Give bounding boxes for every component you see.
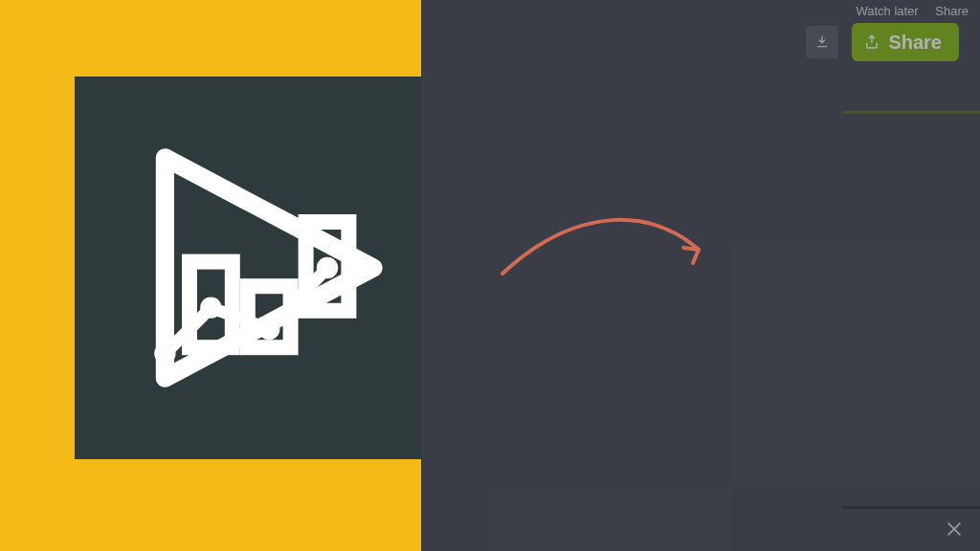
download-icon [814, 34, 830, 50]
close-button[interactable] [946, 520, 963, 538]
svg-point-5 [317, 257, 338, 278]
app-window: Watch later Share Share COI Theme Title [421, 0, 980, 551]
download-button[interactable] [806, 26, 838, 58]
watch-later-link[interactable]: Watch later [856, 4, 918, 18]
promo-panel [0, 0, 421, 551]
svg-point-3 [200, 297, 221, 318]
logo-tile [75, 77, 457, 459]
share-icon [863, 33, 880, 51]
separator [842, 506, 980, 509]
share-button[interactable]: Share [852, 23, 959, 61]
form-panel: Theme Title Subtitle 1 Subtitle 2 Color … [954, 132, 980, 452]
share-button-label: Share [888, 32, 942, 54]
svg-point-6 [154, 342, 175, 364]
video-overlay-links: Watch later Share [842, 4, 969, 18]
svg-point-4 [258, 319, 279, 340]
tab-underline [842, 111, 980, 114]
video-share-link[interactable]: Share [935, 4, 969, 18]
analytics-play-logo-icon [113, 115, 419, 421]
